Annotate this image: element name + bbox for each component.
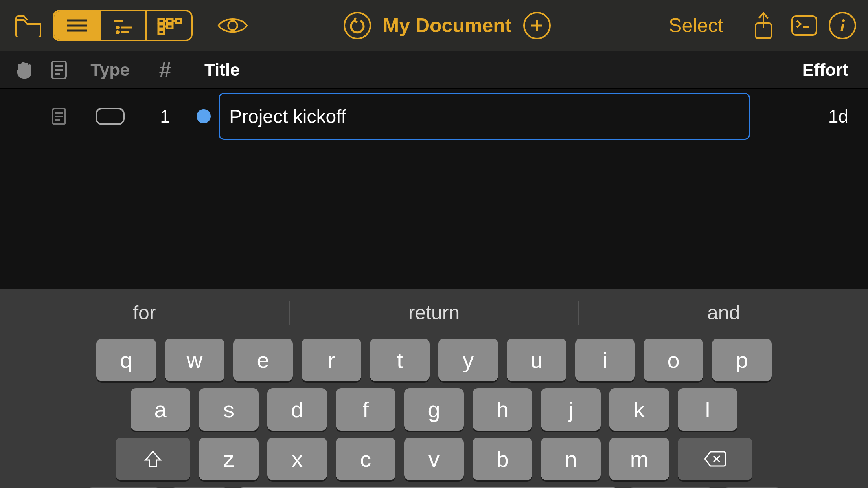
svg-point-17 [228,21,237,30]
key-m[interactable]: m [609,438,669,480]
key-backspace[interactable] [678,438,752,480]
view-mode-list[interactable] [54,11,100,40]
key-c[interactable]: c [336,438,395,480]
suggestion-2[interactable]: return [290,301,579,324]
note-column-icon[interactable] [39,60,79,80]
title-column-header[interactable]: Title [189,60,750,80]
key-n[interactable]: n [541,438,601,480]
suggestion-3[interactable]: and [579,301,868,324]
empty-content-area[interactable] [0,144,868,289]
console-icon[interactable] [788,9,821,42]
type-column-header[interactable]: Type [79,60,142,80]
svg-point-4 [116,26,120,29]
key-b[interactable]: b [473,438,532,480]
toolbar: My Document Select i [0,0,868,51]
suggestion-1[interactable]: for [0,301,289,324]
number-column-header[interactable]: # [142,57,189,83]
column-header-row: Type # Title Effort [0,51,868,89]
key-d[interactable]: d [267,388,327,431]
key-q[interactable]: q [96,339,156,381]
key-w[interactable]: w [165,339,224,381]
key-shift[interactable] [116,438,190,480]
svg-rect-8 [158,19,164,23]
undo-button[interactable] [344,12,371,39]
key-s[interactable]: s [199,388,259,431]
key-j[interactable]: j [541,388,601,431]
on-screen-keyboard: for return and q w e r t y u i o p a s d… [0,289,868,488]
key-h[interactable]: h [473,388,532,431]
key-i[interactable]: i [575,339,635,381]
status-dot-icon[interactable] [197,109,211,123]
key-t[interactable]: t [370,339,430,381]
svg-rect-12 [167,24,173,28]
documents-folder-icon[interactable] [12,9,45,42]
view-mode-segmented [53,10,193,41]
view-mode-outline[interactable] [100,11,145,40]
info-button[interactable]: i [829,12,856,39]
key-v[interactable]: v [404,438,464,480]
key-f[interactable]: f [336,388,395,431]
grab-column-icon[interactable] [8,60,39,80]
key-l[interactable]: l [678,388,737,431]
key-y[interactable]: y [438,339,498,381]
table-row: 1 1d [0,89,868,144]
svg-rect-11 [167,19,173,23]
key-o[interactable]: o [644,339,703,381]
keyboard-row-2: a s d f g h j k l [0,388,868,431]
row-title-input[interactable] [219,93,750,140]
key-k[interactable]: k [609,388,669,431]
svg-rect-13 [176,19,181,23]
svg-rect-9 [158,24,164,28]
row-note-icon[interactable] [39,107,79,126]
keyboard-suggestions: for return and [0,294,868,332]
row-effort[interactable]: 1d [750,106,852,127]
key-z[interactable]: z [199,438,259,480]
effort-column-header[interactable]: Effort [750,60,852,80]
eye-view-icon[interactable] [216,9,249,42]
key-a[interactable]: a [131,388,190,431]
key-g[interactable]: g [404,388,464,431]
key-x[interactable]: x [267,438,327,480]
key-p[interactable]: p [712,339,772,381]
add-button[interactable] [523,12,551,39]
document-title[interactable]: My Document [383,14,512,37]
share-icon[interactable] [747,9,780,42]
svg-rect-10 [158,30,164,34]
keyboard-row-3: z x c v b n m [0,438,868,480]
keyboard-row-1: q w e r t y u i o p [0,339,868,381]
key-u[interactable]: u [507,339,566,381]
row-index: 1 [142,106,189,127]
svg-rect-22 [792,16,817,35]
view-mode-board[interactable] [145,11,191,40]
key-r[interactable]: r [302,339,361,381]
key-e[interactable]: e [233,339,293,381]
row-type-pill[interactable] [79,108,142,125]
svg-point-6 [116,30,120,34]
select-button[interactable]: Select [669,14,723,37]
